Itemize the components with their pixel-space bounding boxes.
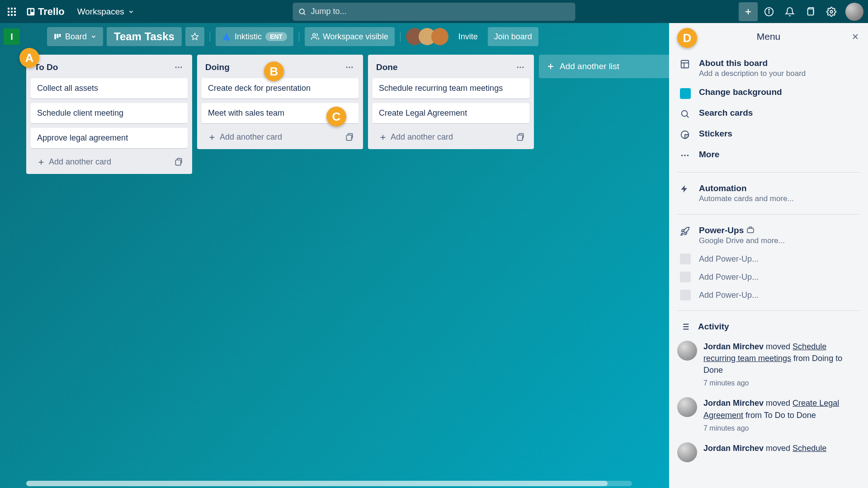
svg-point-18 [769, 9, 769, 10]
workspaces-dropdown[interactable]: Workspaces [72, 4, 140, 19]
list-todo[interactable]: To Do Collect all assets Schedule client… [26, 55, 192, 174]
scrollbar-thumb[interactable] [26, 481, 608, 486]
activity-item: Jordan Mirchev moved Schedule recurring … [677, 336, 860, 393]
plus-icon [37, 158, 45, 166]
invite-button[interactable]: Invite [452, 27, 484, 46]
plus-icon [546, 62, 555, 71]
member-avatars[interactable] [406, 28, 448, 45]
menu-more[interactable]: More [677, 145, 860, 166]
board-icon [680, 59, 691, 70]
svg-point-39 [519, 66, 521, 68]
trello-logo[interactable]: Trello [23, 4, 68, 19]
pu-title-text: Power-Ups [699, 225, 744, 235]
activity-avatar[interactable] [677, 341, 697, 361]
add-powerup-slot[interactable]: Add Power-Up... [677, 286, 860, 304]
activity-card-link[interactable]: Schedule [793, 444, 826, 453]
menu-powerups[interactable]: Power-Ups Google Drive and more... [677, 221, 860, 250]
svg-point-54 [681, 155, 683, 156]
svg-point-34 [351, 66, 353, 68]
add-list-button[interactable]: Add another list [539, 55, 669, 78]
menu-automation[interactable]: Automation Automate cards and more... [677, 179, 860, 208]
svg-rect-10 [28, 9, 30, 14]
add-card-button[interactable]: Add another card [376, 131, 456, 144]
card[interactable]: Approve legal agreement [31, 128, 188, 148]
star-button[interactable] [185, 27, 204, 46]
card[interactable]: Schedule client meeting [31, 103, 188, 123]
list-title[interactable]: Doing [205, 62, 230, 72]
card-template-button[interactable] [343, 131, 356, 144]
user-avatar[interactable] [845, 3, 863, 21]
svg-line-52 [687, 116, 689, 117]
workspace-tile[interactable]: I [4, 28, 20, 45]
create-button[interactable] [739, 2, 758, 21]
add-powerup-label: Add Power-Up... [699, 272, 759, 282]
visibility-button[interactable]: Workspace visible [305, 27, 395, 46]
visibility-label: Workspace visible [323, 32, 388, 42]
add-powerup-slot[interactable]: Add Power-Up... [677, 268, 860, 286]
activity-item: Jordan Mirchev moved Schedule [677, 438, 860, 467]
add-powerup-slot[interactable]: Add Power-Up... [677, 250, 860, 268]
list-title[interactable]: Done [376, 62, 398, 72]
svg-rect-1 [11, 8, 13, 9]
svg-point-51 [682, 111, 688, 117]
list-title[interactable]: To Do [34, 62, 58, 72]
svg-rect-3 [8, 11, 9, 13]
info-button[interactable] [760, 2, 778, 21]
board-name[interactable]: Team Tasks [107, 27, 182, 46]
card[interactable]: Collect all assets [31, 78, 188, 99]
list-menu-button[interactable] [172, 61, 185, 74]
svg-point-56 [687, 155, 689, 156]
menu-body: About this board Add a description to yo… [669, 50, 868, 488]
menu-stickers[interactable]: Stickers [677, 124, 860, 145]
org-button[interactable]: Inktistic ENT [216, 27, 293, 46]
chevron-down-icon [90, 33, 97, 40]
workspaces-label: Workspaces [77, 7, 124, 17]
powerup-slot-icon [680, 272, 691, 282]
menu-change-bg-label: Change background [699, 87, 857, 97]
briefcase-icon [746, 226, 755, 234]
menu-more-label: More [699, 150, 857, 160]
powerup-slot-icon [680, 253, 691, 264]
menu-close-button[interactable] [851, 32, 860, 41]
join-board-button[interactable]: Join board [488, 27, 538, 46]
card[interactable]: Create deck for presentation [202, 78, 359, 99]
notifications-button[interactable] [780, 2, 799, 21]
card-template-button[interactable] [514, 131, 527, 144]
settings-button[interactable] [822, 2, 841, 21]
horizontal-scrollbar[interactable] [26, 481, 632, 486]
activity-avatar[interactable] [677, 397, 697, 417]
callout-d: D [677, 28, 697, 48]
svg-rect-57 [747, 228, 754, 233]
add-card-button[interactable]: Add another card [34, 155, 114, 169]
card[interactable]: Schedule recurring team meetings [373, 78, 529, 99]
search-input[interactable] [293, 3, 576, 21]
add-card-button[interactable]: Add another card [205, 131, 285, 144]
menu-about[interactable]: About this board Add a description to yo… [677, 54, 860, 83]
list-done[interactable]: Done Schedule recurring team meetings Cr… [368, 55, 534, 149]
callout-b: B [264, 61, 284, 81]
svg-point-38 [517, 66, 519, 68]
menu-change-background[interactable]: Change background [677, 83, 860, 103]
board-view-switcher[interactable]: Board [47, 27, 103, 46]
card[interactable]: Create Legal Agreement [373, 103, 529, 123]
activity-avatar[interactable] [677, 442, 697, 462]
activity-action: moved [766, 399, 790, 408]
svg-point-28 [180, 66, 182, 68]
avatar[interactable] [431, 28, 448, 45]
add-card-label: Add another card [391, 132, 453, 142]
add-card-label: Add another card [220, 132, 282, 142]
boards-button[interactable] [801, 2, 820, 21]
svg-rect-43 [517, 135, 523, 141]
list-menu-button[interactable] [514, 61, 527, 74]
svg-point-55 [684, 155, 686, 156]
list-menu-button[interactable] [343, 61, 356, 74]
activity-title-text: Activity [698, 322, 729, 332]
svg-point-32 [346, 66, 348, 68]
list-header: Done [373, 59, 529, 74]
view-label: Board [65, 32, 87, 42]
svg-point-25 [313, 33, 316, 36]
menu-search-cards[interactable]: Search cards [677, 103, 860, 124]
people-icon [311, 33, 319, 41]
apps-grid-icon[interactable] [5, 5, 19, 19]
card-template-button[interactable] [172, 156, 185, 169]
